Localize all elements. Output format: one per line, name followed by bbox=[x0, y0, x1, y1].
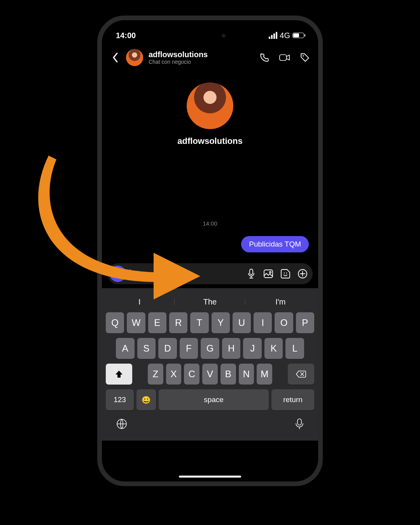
status-time: 14:00 bbox=[116, 31, 136, 40]
message-composer: Mensaje... bbox=[107, 263, 313, 284]
more-button[interactable] bbox=[297, 268, 308, 279]
key[interactable]: A bbox=[116, 338, 135, 359]
key[interactable]: W bbox=[127, 312, 145, 333]
key[interactable]: T bbox=[190, 312, 208, 333]
svg-point-1 bbox=[303, 55, 304, 56]
keyboard-row: A S D F G H J K L bbox=[104, 338, 316, 359]
key[interactable]: S bbox=[137, 338, 156, 359]
text-cursor bbox=[130, 269, 131, 278]
key[interactable]: P bbox=[296, 312, 314, 333]
suggestion[interactable]: I bbox=[104, 298, 175, 306]
key[interactable]: Q bbox=[106, 312, 124, 333]
screen: 14:00 4G adflowsolutions Chat con negoci… bbox=[102, 20, 318, 481]
svg-point-2 bbox=[116, 273, 119, 275]
gallery-button[interactable] bbox=[263, 268, 274, 279]
backspace-icon bbox=[296, 370, 306, 378]
timestamp: 14:00 bbox=[110, 220, 310, 227]
outgoing-message-row: Publicidas TQM bbox=[110, 236, 310, 252]
key[interactable]: X bbox=[166, 364, 182, 385]
key[interactable]: Z bbox=[148, 364, 163, 385]
key[interactable]: C bbox=[184, 364, 200, 385]
keyboard-bottom-bar bbox=[104, 415, 316, 441]
key[interactable]: E bbox=[148, 312, 166, 333]
suggestion[interactable]: I'm bbox=[245, 298, 316, 306]
voice-button[interactable] bbox=[246, 268, 257, 279]
key[interactable]: D bbox=[158, 338, 177, 359]
keyboard: I The I'm Q W E R T Y U I O P A S D F bbox=[102, 288, 318, 441]
header-text[interactable]: adflowsolutions Chat con negocio bbox=[149, 50, 254, 65]
emoji-key[interactable]: 😀 bbox=[136, 389, 156, 410]
keyboard-row: 123 😀 space return bbox=[104, 389, 316, 410]
dictation-button[interactable] bbox=[295, 418, 304, 430]
svg-rect-3 bbox=[250, 269, 253, 275]
dynamic-island bbox=[181, 29, 239, 43]
message-input[interactable]: Mensaje... bbox=[130, 269, 242, 278]
video-call-button[interactable] bbox=[279, 52, 290, 63]
signal-icon bbox=[269, 32, 277, 39]
keyboard-row: Z X C V B N M bbox=[104, 364, 316, 385]
svg-point-6 bbox=[284, 273, 285, 273]
sticker-icon bbox=[280, 269, 290, 279]
key[interactable]: M bbox=[257, 364, 272, 385]
numbers-key[interactable]: 123 bbox=[106, 389, 134, 410]
chat-area: 14:00 Publicidas TQM bbox=[102, 150, 318, 256]
network-label: 4G bbox=[280, 31, 290, 40]
svg-rect-4 bbox=[264, 270, 273, 278]
status-right: 4G bbox=[269, 31, 304, 40]
phone-frame: 14:00 4G adflowsolutions Chat con negoci… bbox=[97, 16, 323, 486]
input-placeholder: Mensaje... bbox=[131, 270, 166, 278]
back-button[interactable] bbox=[110, 52, 121, 63]
shift-icon bbox=[115, 370, 123, 378]
key[interactable]: J bbox=[243, 338, 262, 359]
svg-point-7 bbox=[286, 273, 287, 273]
svg-rect-10 bbox=[298, 419, 301, 425]
svg-rect-0 bbox=[280, 55, 287, 61]
backspace-key[interactable] bbox=[288, 364, 314, 385]
key[interactable]: O bbox=[275, 312, 293, 333]
plus-circle-icon bbox=[298, 269, 308, 279]
image-icon bbox=[263, 269, 273, 278]
space-key[interactable]: space bbox=[159, 389, 269, 410]
profile-section: adflowsolutions bbox=[102, 71, 318, 150]
chat-header: adflowsolutions Chat con negocio bbox=[102, 44, 318, 71]
microphone-icon bbox=[247, 269, 255, 279]
camera-icon bbox=[114, 270, 122, 278]
key[interactable]: N bbox=[239, 364, 254, 385]
key[interactable]: B bbox=[220, 364, 236, 385]
key[interactable]: V bbox=[202, 364, 218, 385]
keyboard-row: Q W E R T Y U I O P bbox=[104, 312, 316, 333]
sticker-button[interactable] bbox=[280, 268, 291, 279]
call-button[interactable] bbox=[259, 52, 270, 63]
chat-title: adflowsolutions bbox=[149, 50, 254, 59]
globe-button[interactable] bbox=[116, 418, 128, 430]
chat-subtitle: Chat con negocio bbox=[149, 59, 254, 65]
camera-button[interactable] bbox=[110, 266, 126, 282]
profile-name: adflowsolutions bbox=[102, 136, 318, 146]
svg-point-5 bbox=[270, 271, 271, 273]
key[interactable]: F bbox=[180, 338, 198, 359]
suggestion-bar: I The I'm bbox=[104, 291, 316, 312]
microphone-icon bbox=[295, 418, 304, 430]
message-bubble[interactable]: Publicidas TQM bbox=[241, 236, 309, 252]
globe-icon bbox=[116, 418, 128, 430]
tag-icon bbox=[300, 52, 310, 63]
chevron-left-icon bbox=[112, 52, 118, 63]
avatar-small[interactable] bbox=[126, 49, 143, 66]
key[interactable]: H bbox=[222, 338, 241, 359]
key[interactable]: R bbox=[169, 312, 187, 333]
home-indicator[interactable] bbox=[179, 476, 241, 478]
battery-icon bbox=[292, 33, 304, 38]
video-icon bbox=[279, 53, 290, 62]
key[interactable]: L bbox=[285, 338, 304, 359]
key[interactable]: G bbox=[201, 338, 219, 359]
suggestion[interactable]: The bbox=[175, 298, 245, 306]
return-key[interactable]: return bbox=[271, 389, 314, 410]
shift-key[interactable] bbox=[106, 364, 132, 385]
phone-icon bbox=[259, 52, 270, 63]
key[interactable]: K bbox=[264, 338, 283, 359]
avatar-large[interactable] bbox=[187, 82, 233, 129]
tag-button[interactable] bbox=[299, 52, 310, 63]
key[interactable]: Y bbox=[212, 312, 230, 333]
key[interactable]: I bbox=[254, 312, 272, 333]
key[interactable]: U bbox=[233, 312, 251, 333]
